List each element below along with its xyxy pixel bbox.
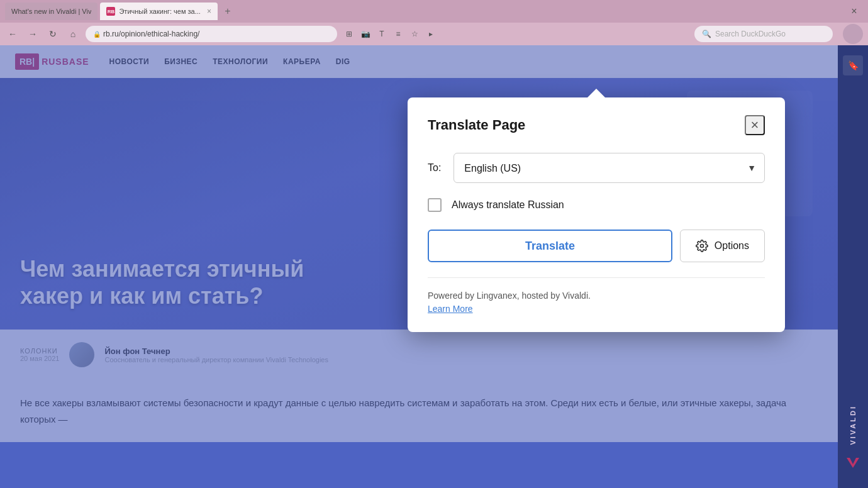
vivaldi-v-icon	[845, 455, 860, 470]
forward-button[interactable]: →	[25, 26, 40, 42]
dialog-footer: Powered by Lingvanex, hosted by Vivaldi.…	[428, 277, 765, 314]
tab-bar: What's new in Vivaldi | Viv RB Этичный х…	[0, 0, 868, 23]
reader-icon[interactable]: ≡	[391, 27, 405, 41]
address-text: rb.ru/opinion/ethical-hacking/	[103, 30, 199, 38]
always-translate-checkbox[interactable]	[428, 198, 442, 212]
svg-marker-0	[847, 458, 859, 468]
tab-active-label: Этичный хакинг: чем за...	[119, 8, 200, 15]
tab-background[interactable]: What's new in Vivaldi | Viv	[5, 3, 97, 20]
search-icon: 🔍	[702, 30, 711, 38]
search-placeholder: Search DuckDuckGo	[715, 30, 786, 38]
checkbox-row: Always translate Russian	[428, 198, 765, 212]
tab-bg-label: What's new in Vivaldi | Viv	[11, 8, 91, 15]
options-button[interactable]: Options	[680, 230, 765, 262]
home-button[interactable]: ⌂	[65, 26, 81, 42]
bookmark-icon[interactable]: ⊞	[342, 27, 356, 41]
translate-dialog: Translate Page × To: English (US) Englis…	[408, 97, 785, 332]
star-icon[interactable]: ☆	[408, 27, 421, 41]
search-box[interactable]: 🔍 Search DuckDuckGo	[694, 26, 833, 42]
tab-active[interactable]: RB Этичный хакинг: чем за... ×	[100, 3, 217, 20]
add-tab-icon: +	[225, 6, 230, 17]
vivaldi-sidebar: 🔖 VIVALDI	[838, 45, 868, 488]
tab-close-icon[interactable]: ×	[207, 7, 211, 16]
lock-icon: 🔒	[93, 31, 101, 38]
translate-button[interactable]: Translate	[428, 230, 672, 262]
back-button[interactable]: ←	[5, 26, 20, 42]
dialog-header: Translate Page ×	[428, 115, 765, 135]
vivaldi-logo: VIVALDI	[849, 405, 857, 445]
dialog-arrow	[587, 89, 605, 97]
to-label: To:	[428, 162, 441, 174]
reload-button[interactable]: ↻	[45, 26, 60, 42]
more-icon[interactable]: ▸	[424, 27, 438, 41]
toolbar-icons: ⊞ 📷 T ≡ ☆ ▸	[342, 27, 438, 41]
dialog-close-button[interactable]: ×	[745, 115, 765, 135]
to-row: To: English (US) English (UK) Russian Ge…	[428, 153, 765, 183]
browser-close-button[interactable]: ×	[845, 3, 863, 20]
always-translate-label: Always translate Russian	[452, 199, 564, 211]
language-select-wrapper: English (US) English (UK) Russian German…	[453, 153, 765, 183]
user-avatar[interactable]	[843, 24, 863, 44]
gear-icon	[696, 240, 708, 252]
powered-by-text: Powered by Lingvanex, hosted by Vivaldi.	[428, 291, 765, 301]
add-tab-button[interactable]: +	[220, 4, 235, 19]
learn-more-link[interactable]: Learn More	[428, 304, 473, 314]
address-input[interactable]: 🔒 rb.ru/opinion/ethical-hacking/	[86, 26, 337, 42]
tab-favicon: RB	[106, 7, 115, 16]
translate-icon[interactable]: T	[375, 27, 389, 41]
address-bar: ← → ↻ ⌂ 🔒 rb.ru/opinion/ethical-hacking/…	[0, 23, 868, 45]
sidebar-bookmark-icon[interactable]: 🔖	[843, 55, 863, 75]
dialog-title: Translate Page	[428, 117, 525, 133]
button-row: Translate Options	[428, 230, 765, 262]
screenshot-icon[interactable]: 📷	[359, 27, 372, 41]
language-select[interactable]: English (US) English (UK) Russian German…	[453, 153, 765, 183]
